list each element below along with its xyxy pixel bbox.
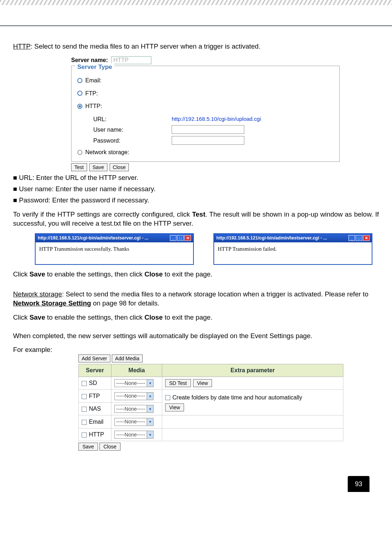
add-server-button[interactable]: Add Server: [78, 354, 110, 362]
radio-http[interactable]: HTTP:: [77, 102, 334, 110]
row-label: FTP: [89, 393, 100, 399]
bullet-url: URL: Enter the URL of the HTTP server.: [13, 173, 379, 182]
chevron-down-icon: ▾: [147, 431, 153, 438]
chevron-down-icon: ▾: [147, 405, 153, 413]
media-select-nas[interactable]: -----None-----▾: [114, 405, 154, 413]
pass-input[interactable]: [172, 136, 244, 145]
minimize-icon[interactable]: _: [170, 235, 176, 241]
checkbox-sd[interactable]: [82, 381, 87, 386]
user-input[interactable]: [172, 125, 244, 134]
chevron-down-icon: ▾: [147, 418, 153, 426]
maximize-icon[interactable]: □: [177, 235, 184, 241]
save-button[interactable]: Save: [89, 163, 107, 171]
sd-test-button[interactable]: SD Test: [165, 379, 191, 387]
event-table: Server Media Extra parameter SD -----Non…: [78, 364, 343, 441]
t: Click: [13, 270, 29, 278]
pass-row: Password:: [77, 136, 334, 145]
popup-fail-titlebar: http://192.168.5.121/cgi-bin/admin/tests…: [214, 234, 372, 242]
http-intro: HTTP: Select to send the media files to …: [13, 42, 379, 51]
user-row: User name:: [77, 125, 334, 134]
radio-ftp[interactable]: FTP:: [77, 90, 334, 98]
view-button[interactable]: View: [165, 403, 184, 411]
th-extra: Extra parameter: [162, 364, 343, 377]
chevron-down-icon: ▾: [147, 393, 153, 400]
media-select-http[interactable]: -----None-----▾: [114, 431, 154, 439]
radio-email[interactable]: Email:: [77, 77, 334, 85]
table-row: FTP -----None-----▾ Create folders by da…: [79, 390, 343, 402]
t: Save: [29, 313, 45, 321]
t: to enable the settings, then click: [45, 270, 144, 278]
view-button[interactable]: View: [193, 379, 212, 387]
radio-http-label: HTTP:: [85, 102, 102, 110]
popup-success-body: HTTP Transmission successfully. Thanks: [36, 242, 193, 264]
t: to enable the settings, then click: [45, 313, 144, 321]
close-icon[interactable]: ✕: [184, 235, 191, 241]
media-select-ftp[interactable]: -----None-----▾: [114, 392, 154, 400]
server-panel: Server name: Server Type Email: FTP: HTT…: [71, 56, 340, 162]
popup-success-titlebar: http://192.168.5.121/cgi-bin/admin/tests…: [36, 234, 193, 242]
server-panel-buttons: Test Save Close: [71, 163, 379, 171]
minimize-icon[interactable]: _: [348, 235, 355, 241]
test-p1b: Test: [192, 210, 205, 218]
http-label: HTTP: [13, 42, 30, 50]
page-number: 93: [348, 476, 369, 492]
pass-label: Password:: [77, 137, 172, 145]
popup-fail-body: HTTP Transmission failed.: [214, 242, 372, 264]
sel-text: -----None-----: [115, 406, 147, 413]
test-paragraph: To verify if the HTTP settings are corre…: [13, 210, 379, 228]
auto-label: Create folders by date time and hour aut…: [172, 394, 302, 401]
t: to exit the page.: [163, 313, 212, 321]
ns-link[interactable]: Network Storage Setting: [13, 299, 91, 307]
bullet-user: User name: Enter the user name if necess…: [13, 185, 379, 194]
url-value[interactable]: http://192.168.5.10/cgi-bin/upload.cgi: [172, 115, 261, 123]
row-label: SD: [89, 380, 97, 386]
checkbox-ftp[interactable]: [82, 394, 87, 399]
t: Click: [13, 313, 29, 321]
checkbox-email[interactable]: [82, 420, 87, 425]
media-select-sd[interactable]: -----None-----▾: [114, 379, 154, 387]
checkbox-http[interactable]: [82, 432, 87, 438]
t: Close: [144, 270, 163, 278]
url-row: URL: http://192.168.5.10/cgi-bin/upload.…: [77, 115, 334, 123]
close-icon[interactable]: ✕: [363, 235, 369, 241]
t: Save: [29, 270, 45, 278]
completed-p: When completed, the new server settings …: [13, 332, 379, 341]
radio-ftp-label: FTP:: [85, 90, 98, 98]
page-content: HTTP: Select to send the media files to …: [0, 26, 392, 472]
checkbox-auto[interactable]: [165, 395, 170, 400]
popup-row: http://192.168.5.121/cgi-bin/admin/tests…: [35, 233, 379, 265]
sel-text: -----None-----: [115, 418, 147, 425]
table-row: Email -----None-----▾: [79, 415, 343, 428]
add-media-button[interactable]: Add Media: [112, 354, 143, 362]
popup-success-winicons: _ □ ✕: [170, 235, 191, 241]
test-button[interactable]: Test: [71, 163, 87, 171]
server-name-input[interactable]: [111, 56, 151, 64]
server-type-legend: Server Type: [75, 63, 114, 71]
sel-text: -----None-----: [115, 431, 147, 438]
save-close-para-2: Click Save to enable the settings, then …: [13, 313, 379, 322]
radio-email-label: Email:: [85, 77, 101, 85]
save-button-2[interactable]: Save: [78, 443, 98, 451]
popup-success: http://192.168.5.121/cgi-bin/admin/tests…: [35, 233, 194, 265]
close-button[interactable]: Close: [110, 163, 129, 171]
popup-fail-title: http://192.168.5.121/cgi-bin/admin/tests…: [216, 235, 327, 241]
for-example: For example:: [13, 345, 379, 354]
row-label: NAS: [89, 406, 101, 412]
th-server: Server: [79, 364, 111, 377]
radio-http-icon: [77, 104, 82, 109]
sel-text: -----None-----: [115, 380, 147, 387]
user-label: User name:: [77, 126, 172, 134]
sel-text: -----None-----: [115, 393, 147, 399]
row-label: Email: [89, 419, 103, 425]
maximize-icon[interactable]: □: [356, 235, 362, 241]
page-footer: 93: [0, 472, 392, 494]
radio-ns[interactable]: Network storage:: [77, 148, 334, 156]
media-select-email[interactable]: -----None-----▾: [114, 418, 154, 426]
table-header: Server Media Extra parameter: [79, 364, 343, 377]
bullet-pass: Password: Enter the password if necessar…: [13, 196, 379, 205]
checkbox-nas[interactable]: [82, 407, 87, 412]
close-button-2[interactable]: Close: [99, 443, 121, 451]
http-intro-text: : Select to send the media files to an H…: [30, 42, 260, 50]
chevron-down-icon: ▾: [147, 379, 153, 387]
ns-paragraph: Network storage: Select to send the medi…: [13, 290, 379, 308]
